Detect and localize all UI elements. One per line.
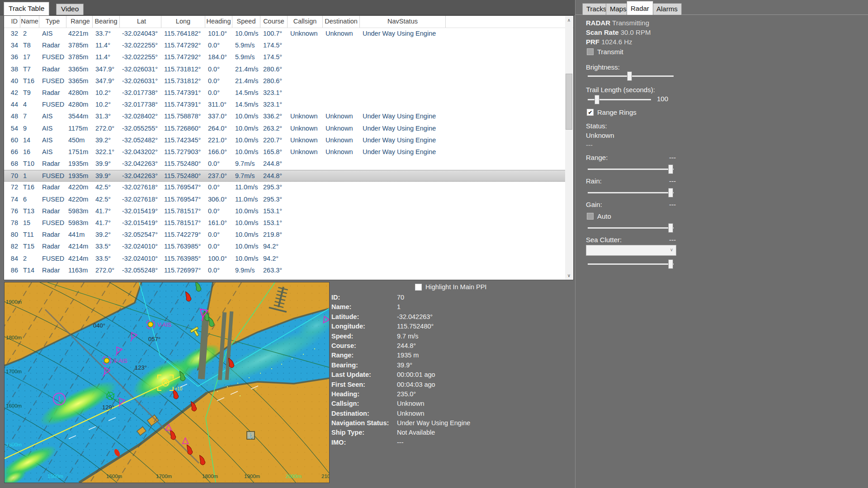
column-header[interactable]: Name <box>20 16 39 28</box>
rain-value: --- <box>648 177 676 185</box>
column-header[interactable]: Destination <box>323 16 360 28</box>
table-cell: 10.0m/s <box>232 111 260 122</box>
detail-field-value: -32.042263° <box>397 313 433 323</box>
svg-text:!: ! <box>58 395 61 404</box>
table-cell: Unknown <box>288 28 323 40</box>
table-cell: 3365m <box>66 64 93 75</box>
trail-length-slider[interactable] <box>588 95 651 104</box>
tab-video[interactable]: Video <box>56 4 84 15</box>
brightness-slider[interactable] <box>588 71 674 81</box>
column-header[interactable]: NavStatus <box>360 16 446 28</box>
table-row[interactable]: 7815FUSED5983m41.7°-32.015419°115.781517… <box>4 217 565 229</box>
table-row[interactable]: 549AIS1175m272.0°-32.055255°115.726860°2… <box>4 123 565 135</box>
table-cell: 74 <box>4 194 20 206</box>
detail-field-label: ID: <box>331 294 397 303</box>
column-header[interactable]: Range <box>66 16 93 28</box>
table-row[interactable]: 6616AIS1751m322.1°-32.043202°115.727903°… <box>4 146 565 158</box>
detail-field-label: Longitude: <box>331 323 397 332</box>
table-row[interactable]: 444FUSED4280m10.2°-32.017738°115.747391°… <box>4 99 565 111</box>
table-cell: 322.1° <box>93 146 120 158</box>
highlight-ppi-checkbox[interactable] <box>415 284 422 291</box>
table-cell <box>288 87 323 99</box>
table-cell: 221.0° <box>205 135 232 146</box>
detail-field-label: First Seen: <box>331 381 397 390</box>
detail-field-row: Callsign:Unknown <box>331 400 566 409</box>
table-row[interactable]: 82T15Radar4214m33.5°-32.024010°115.76398… <box>4 241 565 253</box>
table-cell: Unknown <box>323 111 360 122</box>
table-row[interactable]: 76T13Radar5983m41.7°-32.015419°115.78151… <box>4 206 565 217</box>
rain-slider-thumb[interactable] <box>668 188 673 197</box>
sea-clutter-slider[interactable] <box>588 259 674 269</box>
table-cell: 0.0° <box>205 182 232 193</box>
tab-alarms[interactable]: Alarms <box>652 3 682 15</box>
detail-field-label: Last Update: <box>331 371 397 380</box>
table-cell: 115.726860° <box>161 123 205 135</box>
table-cell: 4220m <box>66 182 93 193</box>
gain-slider[interactable] <box>588 223 674 233</box>
table-cell: 32 <box>4 28 20 40</box>
gain-slider-thumb[interactable] <box>668 223 673 233</box>
gain-auto-checkbox[interactable] <box>587 213 594 220</box>
table-row[interactable]: 68T10Radar1935m39.9°-32.042263°115.75248… <box>4 158 565 170</box>
scroll-up-icon[interactable]: ∧ <box>565 16 573 24</box>
table-scrollbar[interactable]: ∧ ∨ <box>565 16 573 279</box>
tab-track-table[interactable]: Track Table <box>4 2 49 15</box>
chart-map[interactable]: V-AIS V-AIS T4 ! +10 ⚓ 1900m 1800m <box>5 282 329 483</box>
column-header[interactable]: Type <box>39 16 66 28</box>
detail-field-row: Course:244.8° <box>331 342 566 352</box>
column-header[interactable]: Bearing <box>93 16 120 28</box>
rain-slider[interactable] <box>588 188 674 197</box>
table-row[interactable]: 842FUSED4214m33.5°-32.024010°115.763985°… <box>4 253 565 265</box>
table-cell: 10.0m/s <box>232 206 260 217</box>
table-cell <box>360 64 446 75</box>
table-row[interactable]: 40T16FUSED3365m347.9°-32.026031°115.7318… <box>4 75 565 87</box>
range-slider-thumb[interactable] <box>668 164 673 174</box>
column-header[interactable]: Heading <box>205 16 232 28</box>
sea-clutter-dropdown[interactable]: ∨ <box>586 245 676 256</box>
table-row[interactable]: 72T16Radar4220m42.5°-32.027618°115.76954… <box>4 182 565 193</box>
table-cell: 1751m <box>66 146 93 158</box>
table-row[interactable]: 38T7Radar3365m347.9°-32.026031°115.73181… <box>4 64 565 75</box>
table-cell: 101.0° <box>205 28 232 40</box>
table-row[interactable]: 3617FUSED3785m11.4°-32.022255°115.747292… <box>4 52 565 63</box>
column-header[interactable]: Lat <box>120 16 161 28</box>
table-row[interactable]: 86T14Radar1163m272.0°-32.055248°115.7269… <box>4 265 565 277</box>
column-header[interactable]: Long <box>161 16 205 28</box>
table-cell: Radar <box>39 87 66 99</box>
table-cell <box>288 194 323 206</box>
table-cell <box>360 206 446 217</box>
table-row[interactable]: 487AIS3544m31.3°-32.028402°115.758878°33… <box>4 111 565 122</box>
table-cell: 34 <box>4 40 20 52</box>
column-header[interactable]: Speed <box>232 16 260 28</box>
table-row[interactable]: 322AIS4221m33.7°-32.024043°115.764182°10… <box>4 28 565 40</box>
column-header[interactable]: ID <box>4 16 20 28</box>
table-row[interactable]: 701FUSED1935m39.9°-32.042263°115.752480°… <box>4 170 565 182</box>
range-slider[interactable] <box>588 164 674 174</box>
detail-field-value: 9.7 m/s <box>397 333 419 342</box>
brightness-slider-thumb[interactable] <box>627 71 632 81</box>
transmit-checkbox[interactable] <box>587 48 594 55</box>
trail-slider-thumb[interactable] <box>594 95 599 104</box>
table-row[interactable]: 42T9Radar4280m10.2°-32.017738°115.747391… <box>4 87 565 99</box>
scrollbar-thumb[interactable] <box>566 74 572 130</box>
column-header[interactable]: Course <box>260 16 288 28</box>
range-rings-checkbox[interactable]: ✔ <box>587 109 594 116</box>
table-cell: 66 <box>4 146 20 158</box>
table-cell <box>288 75 323 87</box>
table-cell <box>288 229 323 241</box>
table-cell: 100.0° <box>205 253 232 265</box>
tab-radar[interactable]: Radar <box>627 1 653 15</box>
table-row[interactable]: 80T11Radar441m39.2°-32.052547°115.742279… <box>4 229 565 241</box>
sea-clutter-slider-thumb[interactable] <box>668 259 673 269</box>
table-row[interactable]: 34T8Radar3785m11.4°-32.022255°115.747292… <box>4 40 565 52</box>
table-cell: 323.1° <box>260 87 288 99</box>
table-row[interactable]: 6014AIS450m39.2°-32.052482°115.742345°22… <box>4 135 565 146</box>
table-row[interactable]: 746FUSED4220m42.5°-32.027618°115.769547°… <box>4 194 565 206</box>
scroll-down-icon[interactable]: ∨ <box>565 272 573 279</box>
table-cell: -32.022255° <box>120 40 161 52</box>
table-cell: 11.0m/s <box>232 182 260 193</box>
column-header[interactable]: Callsign <box>288 16 323 28</box>
table-cell: 15 <box>20 217 39 229</box>
track-table-header: IDNameTypeRangeBearingLatLongHeadingSpee… <box>4 16 573 28</box>
table-cell <box>323 206 360 217</box>
